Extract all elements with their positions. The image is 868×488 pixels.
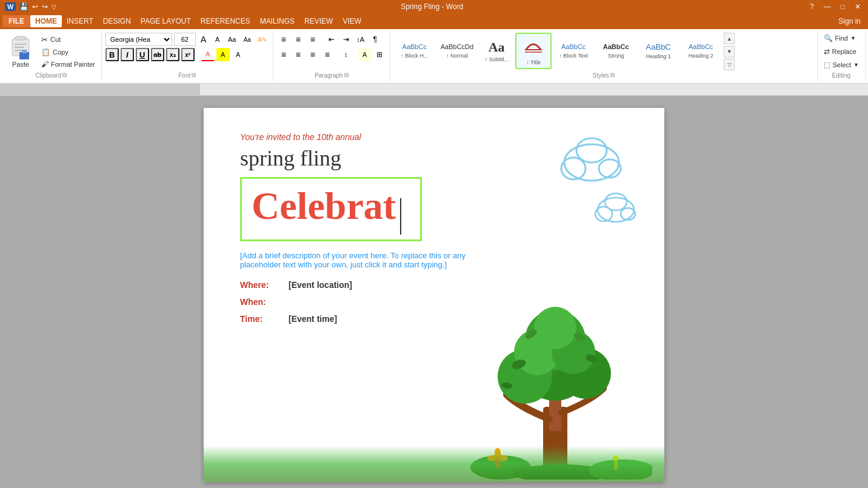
editing-label: Editing bbox=[821, 71, 862, 80]
font-size-increase-btn[interactable]: A bbox=[198, 33, 210, 45]
borders-btn[interactable]: ⊞ bbox=[373, 48, 386, 61]
tab-home[interactable]: HOME bbox=[30, 15, 62, 27]
find-dropdown-icon[interactable]: ▼ bbox=[850, 35, 856, 41]
decrease-indent-btn[interactable]: ⇤ bbox=[325, 33, 338, 46]
description-text[interactable]: [Add a brief description of your event h… bbox=[240, 251, 470, 269]
style-title[interactable]: ↑ Title bbox=[515, 33, 552, 69]
window-controls[interactable]: ? — □ ✕ bbox=[807, 2, 863, 11]
align-center-btn[interactable]: ≡ bbox=[292, 48, 305, 61]
redo-icon[interactable]: ↪ bbox=[42, 2, 48, 11]
justify-btn[interactable]: ≡ bbox=[321, 48, 334, 61]
window-title: Spring Fling - Word bbox=[56, 2, 807, 11]
styles-scroll-up-btn[interactable]: ▲ bbox=[724, 33, 735, 44]
paste-button[interactable]: Paste bbox=[5, 33, 36, 70]
save-icon[interactable]: 💾 bbox=[19, 2, 28, 11]
find-button[interactable]: 🔍 Find ▼ bbox=[821, 33, 862, 44]
clear-formatting-btn[interactable]: Aa bbox=[225, 33, 239, 46]
document-area[interactable]: You're invited to the 10th annual spring… bbox=[0, 96, 868, 488]
font-size-decrease-btn[interactable]: A bbox=[212, 33, 224, 45]
styles-expand-btn[interactable]: ▽ bbox=[724, 59, 735, 70]
strikethrough-button[interactable]: ab bbox=[151, 48, 164, 61]
style-normal[interactable]: AaBbCcDd ↑ Normal bbox=[436, 33, 478, 69]
ground-grass bbox=[204, 446, 664, 482]
replace-icon: ⇄ bbox=[824, 47, 830, 56]
increase-indent-btn[interactable]: ⇥ bbox=[339, 33, 353, 46]
replace-button[interactable]: ⇄ Replace bbox=[821, 46, 862, 57]
ribbon: Paste ✂ Cut 📋 Copy 🖌 Format Painter bbox=[0, 29, 868, 84]
celebrate-text[interactable]: Celebrat bbox=[252, 184, 396, 227]
line-spacing-btn[interactable]: ↕ bbox=[339, 48, 353, 61]
undo-icon[interactable]: ↩ bbox=[32, 2, 38, 11]
tab-mailings[interactable]: MAILINGS bbox=[255, 15, 299, 27]
font-size-input[interactable] bbox=[174, 33, 196, 46]
where-value[interactable]: [Event location] bbox=[289, 280, 352, 290]
select-icon: ⬚ bbox=[824, 61, 830, 69]
styles-label: Styles ⧉ bbox=[394, 70, 813, 80]
restore-btn[interactable]: □ bbox=[838, 2, 847, 11]
style-large-a[interactable]: Aa ↑ Subtitl... bbox=[479, 33, 514, 69]
help-btn[interactable]: ? bbox=[807, 2, 816, 11]
sign-in-btn[interactable]: Sign in bbox=[833, 15, 866, 27]
multilevel-list-btn[interactable]: ≡ bbox=[306, 33, 319, 46]
text-highlight-color-btn[interactable]: A bbox=[216, 48, 230, 61]
tab-design[interactable]: DESIGN bbox=[98, 15, 136, 27]
style-strong[interactable]: AaBbCc Strong bbox=[595, 33, 636, 69]
paste-icon bbox=[10, 35, 32, 59]
superscript-button[interactable]: x² bbox=[181, 48, 195, 61]
align-left-btn[interactable]: ≡ bbox=[277, 48, 290, 61]
customize-quick-access-icon[interactable]: ▽ bbox=[52, 4, 56, 10]
font-expand-icon[interactable]: ⧉ bbox=[192, 72, 196, 79]
minimize-btn[interactable]: — bbox=[821, 2, 833, 11]
celebrate-textbox[interactable]: Celebrat bbox=[240, 177, 422, 241]
underline-button[interactable]: U bbox=[136, 48, 149, 61]
show-paragraph-marks-btn[interactable]: ¶ bbox=[369, 33, 382, 46]
find-icon: 🔍 bbox=[824, 34, 833, 42]
format-painter-icon: 🖌 bbox=[41, 60, 48, 69]
change-case-btn[interactable]: Aa bbox=[241, 33, 254, 46]
where-label: Where: bbox=[240, 280, 289, 290]
tab-insert[interactable]: INSERT bbox=[62, 15, 98, 27]
when-label: When: bbox=[240, 297, 289, 307]
subscript-button[interactable]: x₂ bbox=[166, 48, 179, 61]
select-button[interactable]: ⬚ Select ▼ bbox=[821, 59, 862, 70]
ruler bbox=[0, 84, 868, 96]
align-right-btn[interactable]: ≡ bbox=[306, 48, 319, 61]
close-btn[interactable]: ✕ bbox=[852, 2, 863, 11]
svg-point-17 bbox=[605, 193, 627, 210]
copy-icon: 📋 bbox=[41, 48, 50, 56]
font-name-select[interactable]: Georgia (Hea bbox=[105, 33, 172, 46]
file-tab[interactable]: FILE bbox=[2, 15, 30, 27]
cut-button[interactable]: ✂ Cut bbox=[39, 34, 98, 45]
bold-button[interactable]: B bbox=[105, 48, 119, 61]
tab-view[interactable]: VIEW bbox=[338, 15, 366, 27]
clipboard-expand-icon[interactable]: ⧉ bbox=[62, 72, 67, 79]
styles-scroll-down-btn[interactable]: ▼ bbox=[724, 46, 735, 58]
copy-button[interactable]: 📋 Copy bbox=[39, 47, 98, 58]
format-painter-button[interactable]: 🖌 Format Painter bbox=[39, 59, 98, 70]
paragraph-expand-icon[interactable]: ⧉ bbox=[344, 72, 349, 79]
italic-button[interactable]: I bbox=[121, 48, 134, 61]
style-heading1[interactable]: AaBbC Heading 1 bbox=[638, 33, 679, 69]
style-block-text[interactable]: AaBbCc ↑ Block Text bbox=[553, 33, 594, 69]
document-page[interactable]: You're invited to the 10th annual spring… bbox=[204, 108, 664, 482]
quick-access-toolbar[interactable]: W 💾 ↩ ↪ ▽ bbox=[5, 2, 56, 11]
paste-label: Paste bbox=[12, 61, 29, 68]
font-color-btn[interactable]: A bbox=[232, 48, 245, 61]
style-block-h[interactable]: AaBbCc ↑ Block H... bbox=[394, 33, 435, 69]
time-label: Time: bbox=[240, 314, 289, 324]
styles-expand-icon[interactable]: ⧉ bbox=[610, 72, 615, 79]
sort-btn[interactable]: ↕A bbox=[354, 33, 367, 46]
text-highlight-btn[interactable]: A✎ bbox=[256, 33, 269, 46]
title-bar: W 💾 ↩ ↪ ▽ Spring Fling - Word ? — □ ✕ bbox=[0, 0, 868, 13]
tab-references[interactable]: REFERENCES bbox=[196, 15, 255, 27]
bullets-btn[interactable]: ≡ bbox=[277, 33, 290, 46]
tab-review[interactable]: REVIEW bbox=[299, 15, 338, 27]
time-value[interactable]: [Event time] bbox=[289, 314, 337, 324]
style-heading2[interactable]: AaBbCc Heading 2 bbox=[680, 33, 721, 69]
select-dropdown-icon[interactable]: ▼ bbox=[853, 62, 859, 68]
styles-group: AaBbCc ↑ Block H... AaBbCcDd ↑ Normal Aa… bbox=[392, 32, 818, 81]
numbering-btn[interactable]: ≡ bbox=[292, 33, 305, 46]
text-color-btn[interactable]: A bbox=[201, 48, 215, 61]
shading-btn[interactable]: A bbox=[358, 48, 372, 61]
tab-page-layout[interactable]: PAGE LAYOUT bbox=[136, 15, 196, 27]
